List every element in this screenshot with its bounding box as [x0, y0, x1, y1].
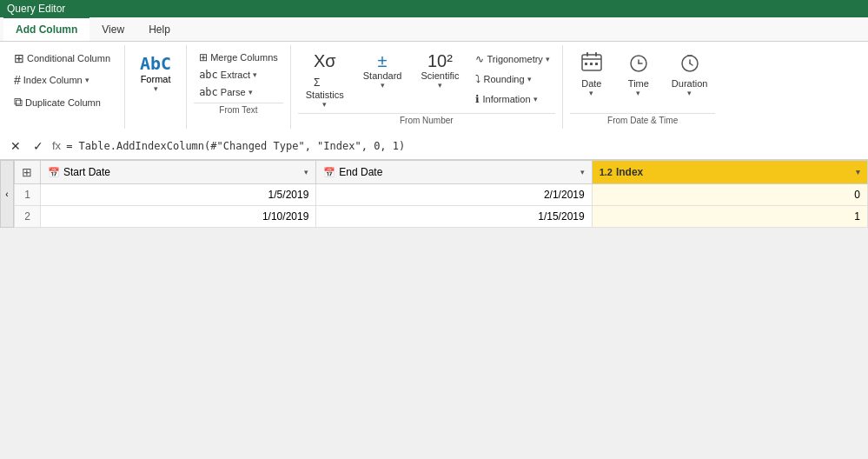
table-area: ⊞ 📅 Start Date ▾ 📅 End Date — [14, 160, 868, 228]
index-col-label: Index — [616, 166, 643, 178]
rounding-icon: ⤵ — [475, 73, 480, 85]
format-dropdown-icon: ▾ — [154, 84, 158, 93]
statistics-dropdown-icon: ▾ — [322, 100, 327, 109]
information-button[interactable]: ℹ Information ▾ — [470, 90, 554, 108]
row-num-1: 1 — [15, 184, 41, 206]
from-number-label: From Number — [298, 113, 555, 125]
from-text-group: ⊞ Merge Columns abc Extract ▾ abc Parse … — [187, 45, 291, 129]
statistics-label: Statistics — [306, 90, 344, 100]
end-date-col-label: End Date — [339, 166, 382, 178]
end-date-type-icon: 📅 — [323, 167, 335, 178]
parse-button[interactable]: abc Parse ▾ — [194, 83, 283, 101]
time-button[interactable]: Time ▾ — [617, 49, 660, 100]
formula-cancel-button[interactable]: ✕ — [7, 137, 24, 155]
svg-rect-3 — [595, 52, 597, 57]
index-column-dropdown-icon: ▾ — [85, 76, 89, 84]
standard-button[interactable]: ± Standard ▾ — [355, 49, 410, 92]
index-column-label: Index Column — [23, 75, 83, 85]
time-dropdown-icon: ▾ — [636, 89, 640, 97]
cell-start-date-1: 1/5/2019 — [41, 184, 316, 206]
extract-dropdown-icon: ▾ — [253, 70, 257, 79]
duplicate-column-button[interactable]: ⧉ Duplicate Column — [9, 92, 116, 112]
ribbon-content: ⊞ Conditional Column # Index Column ▾ ⧉ … — [0, 42, 868, 132]
cell-index-2: 1 — [592, 206, 867, 228]
information-icon: ℹ — [475, 93, 480, 105]
standard-dropdown-icon: ▾ — [381, 81, 385, 90]
merge-columns-label: Merge Columns — [210, 52, 278, 63]
col-header-start-date[interactable]: 📅 Start Date ▾ — [41, 161, 316, 184]
statistics-icon: XσΣ — [314, 51, 336, 90]
information-label: Information — [482, 94, 530, 104]
from-datetime-group: Date ▾ Time ▾ — [563, 45, 723, 129]
merge-columns-icon: ⊞ — [199, 51, 208, 63]
svg-rect-2 — [586, 52, 588, 57]
date-icon — [580, 51, 603, 78]
index-column-button[interactable]: # Index Column ▾ — [9, 70, 116, 90]
start-date-type-icon: 📅 — [48, 167, 60, 178]
cell-end-date-1: 2/1/2019 — [316, 184, 592, 206]
format-icon: AbC — [140, 53, 171, 74]
duration-icon — [679, 51, 701, 78]
format-label: Format — [141, 74, 171, 84]
date-label: Date — [581, 78, 601, 89]
ribbon-tabs: Add Column View Help — [0, 17, 868, 42]
trigonometry-label: Trigonometry — [487, 54, 542, 64]
col-header-end-date[interactable]: 📅 End Date ▾ — [316, 161, 592, 184]
svg-rect-4 — [585, 63, 587, 65]
conditional-column-button[interactable]: ⊞ Conditional Column — [9, 49, 116, 68]
svg-rect-5 — [590, 63, 593, 65]
format-group: AbC Format ▾ — [125, 45, 187, 129]
index-column-icon: # — [14, 73, 21, 87]
tab-view[interactable]: View — [89, 17, 136, 41]
extract-icon: abc — [199, 69, 218, 81]
trigonometry-icon: ∿ — [475, 53, 484, 65]
main-area: ‹ ⊞ 📅 Start Date ▾ — [0, 160, 868, 228]
table-corner: ⊞ — [15, 161, 41, 184]
information-dropdown-icon: ▾ — [533, 95, 538, 103]
from-number-group: XσΣ Statistics ▾ ± Standard ▾ 10² Scient… — [291, 45, 563, 129]
panel-collapse-button[interactable]: ‹ — [0, 160, 14, 228]
merge-columns-button[interactable]: ⊞ Merge Columns — [194, 49, 283, 66]
chevron-left-icon: ‹ — [5, 190, 8, 199]
index-type-icon: 1.2 — [600, 167, 613, 177]
duplicate-column-label: Duplicate Column — [25, 97, 101, 108]
formula-confirm-button[interactable]: ✓ — [30, 137, 47, 155]
scientific-label: Scientific — [421, 70, 459, 81]
tab-add-column[interactable]: Add Column — [3, 17, 89, 41]
extract-button[interactable]: abc Extract ▾ — [194, 66, 283, 83]
rounding-button[interactable]: ⤵ Rounding ▾ — [470, 70, 554, 88]
table-row: 1 1/5/2019 2/1/2019 0 — [15, 184, 868, 206]
formula-input[interactable] — [66, 140, 861, 152]
start-date-dropdown-icon[interactable]: ▾ — [304, 168, 308, 176]
date-dropdown-icon: ▾ — [589, 89, 593, 97]
parse-dropdown-icon: ▾ — [248, 88, 253, 96]
general-group-label — [9, 123, 116, 125]
format-button[interactable]: AbC Format ▾ — [134, 49, 177, 97]
statistics-button[interactable]: XσΣ Statistics ▾ — [298, 49, 352, 111]
cell-end-date-2: 1/15/2019 — [316, 206, 592, 228]
date-button[interactable]: Date ▾ — [570, 49, 613, 100]
start-date-col-label: Start Date — [63, 166, 110, 178]
title-bar: Query Editor — [0, 0, 868, 17]
end-date-dropdown-icon[interactable]: ▾ — [580, 168, 585, 176]
formula-bar: ✕ ✓ fx — [0, 132, 868, 160]
duration-button[interactable]: Duration ▾ — [664, 49, 716, 100]
col-header-index[interactable]: 1.2 Index ▾ — [592, 161, 867, 184]
parse-icon: abc — [199, 86, 218, 98]
trig-dropdown-icon: ▾ — [546, 55, 550, 63]
conditional-column-label: Conditional Column — [27, 53, 110, 63]
time-label: Time — [628, 78, 649, 89]
rounding-label: Rounding — [483, 74, 524, 84]
index-dropdown-icon[interactable]: ▾ — [856, 168, 860, 176]
tab-help[interactable]: Help — [136, 17, 182, 41]
trigonometry-button[interactable]: ∿ Trigonometry ▾ — [470, 50, 554, 68]
scientific-dropdown-icon: ▾ — [438, 81, 442, 90]
from-text-label: From Text — [194, 103, 283, 115]
time-icon — [627, 51, 650, 78]
extract-label: Extract — [221, 70, 250, 80]
title-text: Query Editor — [7, 3, 65, 15]
scientific-button[interactable]: 10² Scientific ▾ — [413, 49, 467, 92]
formula-fx-icon[interactable]: fx — [52, 139, 61, 152]
conditional-column-icon: ⊞ — [14, 51, 24, 65]
cell-index-1: 0 — [592, 184, 867, 206]
